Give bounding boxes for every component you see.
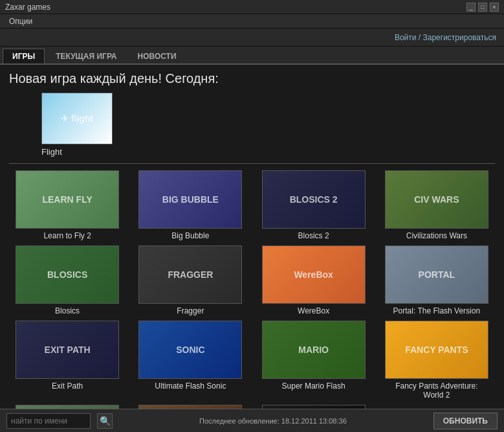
app-title: Zaxar games (5, 3, 50, 12)
game-thumb-text: FRAGGER (165, 267, 215, 282)
game-thumb: BIG BUBBLE (138, 170, 242, 229)
game-thumb: MARIO (262, 321, 366, 379)
game-name: Portal: The Flash Version (393, 306, 481, 315)
game-item[interactable]: SONICUltimate Flash Sonic (132, 321, 248, 400)
game-item[interactable]: BIG BUBBLEBig Bubble (132, 170, 248, 240)
game-thumb: PORTAL (385, 245, 488, 304)
game-name: Fancy Pants Adventure: World 2 (385, 381, 488, 400)
game-item[interactable]: WereBoxWereBox (256, 245, 372, 315)
game-item[interactable]: EXIT PATHExit Path (9, 321, 126, 400)
game-thumb: WereBox (262, 245, 366, 304)
game-thumb: CIV WARS (385, 170, 488, 229)
game-thumb: FRAGGER (138, 245, 242, 304)
game-thumb-text: MARIO (296, 342, 331, 358)
game-thumb-text: WereBox (291, 267, 335, 282)
title-bar: Zaxar games _ □ × (0, 0, 504, 14)
game-item[interactable]: CIV WARSCivilizations Wars (378, 170, 495, 240)
game-thumb: BLOSICS 2 (262, 170, 366, 229)
search-button[interactable]: 🔍 (97, 413, 113, 429)
game-item[interactable]: BLOSICS 2Blosics 2 (256, 170, 372, 240)
game-thumb-text: LEARN FLY (39, 192, 94, 207)
game-item[interactable]: FANCY PANTSFancy Pants Adventure: World … (378, 321, 495, 400)
game-name: Super Mario Flash (282, 381, 345, 391)
tab-games[interactable]: ИГРЫ (3, 49, 45, 63)
game-thumb: EXIT PATH (16, 321, 119, 379)
nav-tabs: ИГРЫ ТЕКУЩАЯ ИГРА НОВОСТИ (0, 47, 504, 65)
game-thumb-text: FANCY PANTS (402, 342, 471, 358)
main-content: Новая игра каждый день! Сегодня: ✈ fligh… (0, 65, 504, 409)
search-icon: 🔍 (100, 416, 111, 426)
search-input[interactable] (6, 413, 91, 429)
game-name: Blosics (55, 306, 80, 315)
game-item[interactable]: PORTALPortal: The Flash Version (378, 245, 495, 315)
game-name: Big Bubble (171, 231, 209, 240)
game-item[interactable]: FRAGGERFragger (132, 245, 248, 315)
game-thumb-text: EXIT PATH (42, 342, 93, 358)
game-item[interactable]: MARIOSuper Mario Flash (256, 321, 372, 400)
game-thumb-text: BLOSICS (45, 267, 90, 282)
game-name: Learn to Fly 2 (43, 231, 91, 240)
close-button[interactable]: × (490, 3, 499, 12)
game-item[interactable]: BLOSICSBlosics (9, 245, 126, 315)
game-name: Exit Path (52, 381, 83, 391)
game-item[interactable]: LEARN FLYLearn to Fly 2 (9, 170, 126, 240)
game-name: Ultimate Flash Sonic (155, 381, 226, 391)
game-thumb-text: BIG BUBBLE (160, 192, 221, 207)
daily-game-name: Flight (41, 147, 62, 157)
status-text: Последнее обновление: 18.12.2011 13:08:3… (119, 417, 427, 425)
content-area: Новая игра каждый день! Сегодня: ✈ fligh… (0, 65, 504, 409)
game-name: Blosics 2 (298, 231, 329, 240)
game-thumb-text: SONIC (173, 342, 207, 358)
header: Войти / Зарегистрироваться (0, 28, 504, 47)
game-thumb-text: BLOSICS 2 (287, 192, 340, 207)
game-name: Fragger (177, 306, 204, 315)
window-controls: _ □ × (466, 3, 499, 12)
daily-game-thumb[interactable]: ✈ flight (41, 93, 113, 144)
game-name: WereBox (298, 306, 329, 315)
daily-game-thumb-text: ✈ flight (58, 111, 96, 126)
tab-current-game[interactable]: ТЕКУЩАЯ ИГРА (46, 49, 126, 63)
menu-item-options[interactable]: Опции (5, 17, 36, 26)
bottom-bar: 🔍 Последнее обновление: 18.12.2011 13:08… (0, 409, 504, 432)
login-link[interactable]: Войти / Зарегистрироваться (395, 33, 496, 42)
game-thumb: FANCY PANTS (385, 321, 488, 379)
game-thumb-text: CIV WARS (411, 192, 461, 207)
game-name: Civilizations Wars (406, 231, 467, 240)
menu-bar: Опции (0, 14, 504, 28)
daily-header: Новая игра каждый день! Сегодня: (9, 71, 495, 86)
section-divider (9, 163, 495, 164)
game-thumb: LEARN FLY (16, 170, 119, 229)
minimize-button[interactable]: _ (466, 3, 476, 12)
game-thumb: BLOSICS (16, 245, 119, 304)
tab-news[interactable]: НОВОСТИ (128, 49, 186, 63)
game-thumb: SONIC (138, 321, 242, 379)
maximize-button[interactable]: □ (478, 3, 487, 12)
game-thumb-text: PORTAL (416, 267, 458, 282)
game-grid: LEARN FLYLearn to Fly 2BIG BUBBLEBig Bub… (9, 170, 495, 409)
daily-game: ✈ flight Flight (9, 93, 495, 157)
update-button[interactable]: ОБНОВИТЬ (433, 413, 498, 429)
